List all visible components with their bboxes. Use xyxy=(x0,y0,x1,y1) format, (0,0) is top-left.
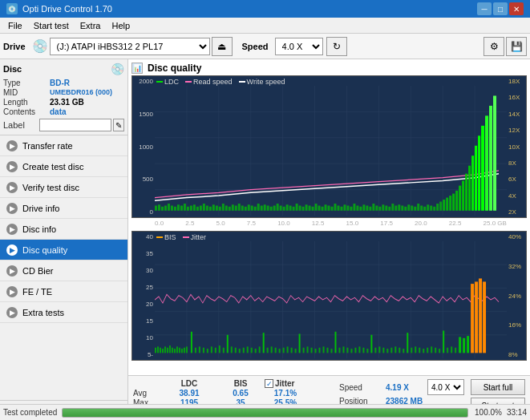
label-edit-button[interactable]: ✎ xyxy=(113,119,124,131)
ldc-legend-label: LDC xyxy=(164,78,179,86)
status-text: Test completed xyxy=(3,408,57,417)
disc-panel: Disc 💿 Type BD-R MID UMEBDR016 (000) Len… xyxy=(0,59,127,135)
main-content: Disc 💿 Type BD-R MID UMEBDR016 (000) Len… xyxy=(0,59,530,420)
avg-bis: 0.65 xyxy=(220,389,261,398)
minimize-button[interactable]: ─ xyxy=(477,2,492,15)
progress-fill xyxy=(63,409,467,417)
jitter-legend-dot xyxy=(183,236,189,238)
svg-rect-186 xyxy=(327,348,329,353)
charts-wrapper: LDC Read speed Write speed 2000 xyxy=(131,75,527,361)
legend-bis: BIS xyxy=(156,233,176,241)
contents-label: Contents xyxy=(3,107,50,116)
extra-tests-icon: ▶ xyxy=(6,307,18,318)
sidebar-item-disc-info[interactable]: ▶ Disc info xyxy=(0,219,127,240)
svg-rect-145 xyxy=(181,349,183,353)
svg-rect-54 xyxy=(283,207,285,211)
svg-rect-189 xyxy=(342,346,344,353)
disc-quality-label: Disc quality xyxy=(22,245,67,255)
sidebar-item-drive-info[interactable]: ▶ Drive info xyxy=(0,198,127,219)
refresh-button[interactable]: ↻ xyxy=(326,37,347,56)
sidebar-item-extra-tests[interactable]: ▶ Extra tests xyxy=(0,302,127,323)
sidebar-item-transfer-rate[interactable]: ▶ Transfer rate xyxy=(0,135,127,156)
svg-rect-62 xyxy=(309,206,311,211)
avg-jitter: 17.1% xyxy=(265,389,306,398)
bottom-bar: Test completed 100.0% 33:14 xyxy=(0,404,530,420)
svg-rect-162 xyxy=(219,345,220,353)
svg-rect-204 xyxy=(411,348,412,353)
cd-bier-label: CD Bier xyxy=(22,266,54,276)
svg-rect-185 xyxy=(323,346,325,353)
svg-rect-208 xyxy=(427,348,428,353)
svg-rect-69 xyxy=(331,207,334,211)
bis-col-header: BIS xyxy=(220,379,261,388)
svg-rect-134 xyxy=(155,348,156,353)
svg-rect-105 xyxy=(446,198,448,211)
svg-rect-187 xyxy=(331,349,333,353)
close-button[interactable]: ✕ xyxy=(509,2,524,15)
svg-rect-74 xyxy=(346,206,349,211)
bottom-chart: BIS Jitter 40 35 30 25 20 xyxy=(131,231,527,361)
svg-rect-45 xyxy=(254,207,257,211)
menu-file[interactable]: File xyxy=(3,19,27,32)
svg-rect-170 xyxy=(255,349,257,353)
bottom-chart-legend: BIS Jitter xyxy=(156,233,206,241)
jitter-checkbox[interactable]: ✓ xyxy=(265,379,273,388)
svg-rect-64 xyxy=(315,204,318,211)
legend-ldc: LDC xyxy=(156,78,179,86)
svg-rect-148 xyxy=(191,332,192,353)
settings-button[interactable]: ⚙ xyxy=(483,37,504,56)
drive-icon: 💿 xyxy=(32,38,48,54)
y-b-20: 20 xyxy=(132,301,155,308)
chart-title: Disc quality xyxy=(148,63,201,74)
svg-rect-139 xyxy=(167,348,168,353)
svg-rect-211 xyxy=(439,349,440,353)
svg-rect-30 xyxy=(206,206,208,211)
x-label-250-gb: 25.0 GB xyxy=(483,220,507,227)
top-chart-y-left: 2000 1500 1000 500 0 xyxy=(132,76,155,217)
eject-button[interactable]: ⏏ xyxy=(212,37,233,56)
sidebar-item-disc-quality[interactable]: ▶ Disc quality xyxy=(0,240,127,260)
sidebar-item-cd-bier[interactable]: ▶ CD Bier xyxy=(0,260,127,281)
svg-rect-40 xyxy=(238,204,241,211)
sidebar-item-verify-test-disc[interactable]: ▶ Verify test disc xyxy=(0,177,127,198)
drive-label: Drive xyxy=(3,42,26,51)
svg-rect-163 xyxy=(223,348,225,353)
maximize-button[interactable]: □ xyxy=(493,2,508,15)
bottom-chart-y-right: 40% 32% 24% 16% 8% xyxy=(507,232,526,360)
svg-rect-196 xyxy=(374,348,376,353)
svg-rect-136 xyxy=(160,348,161,353)
menu-help[interactable]: Help xyxy=(107,19,135,32)
svg-rect-197 xyxy=(378,346,380,353)
svg-rect-190 xyxy=(346,348,348,353)
drive-select[interactable]: (J:) ATAPI iHBS312 2 PL17 xyxy=(50,38,210,55)
svg-rect-205 xyxy=(415,346,416,353)
svg-rect-174 xyxy=(275,348,277,353)
start-full-button[interactable]: Start full xyxy=(471,379,525,395)
menu-extra[interactable]: Extra xyxy=(75,19,106,32)
save-button[interactable]: 💾 xyxy=(506,37,527,56)
label-input[interactable] xyxy=(39,119,111,131)
svg-rect-160 xyxy=(211,346,212,353)
speed-select[interactable]: 4.0 X 2.0 X 8.0 X xyxy=(275,38,323,55)
svg-rect-37 xyxy=(229,207,231,211)
bx-label-25: 2.5 xyxy=(185,362,194,364)
svg-rect-77 xyxy=(356,206,358,211)
svg-rect-52 xyxy=(277,204,279,211)
svg-rect-24 xyxy=(187,207,189,211)
y-right-14x: 14X xyxy=(507,111,526,118)
svg-rect-92 xyxy=(404,207,407,211)
speed-stat-dropdown[interactable]: 4.0 X 2.0 X 8.0 X xyxy=(427,379,464,395)
svg-rect-98 xyxy=(423,207,426,211)
svg-rect-213 xyxy=(451,346,452,353)
svg-rect-39 xyxy=(235,206,237,211)
sidebar-item-create-test-disc[interactable]: ▶ Create test disc xyxy=(0,156,127,177)
svg-rect-53 xyxy=(280,206,282,211)
svg-rect-137 xyxy=(162,349,164,353)
svg-rect-100 xyxy=(430,206,432,211)
sidebar-item-fe-te[interactable]: ▶ FE / TE xyxy=(0,281,127,302)
disc-info-label: Disc info xyxy=(22,224,56,234)
svg-rect-138 xyxy=(164,346,166,353)
svg-rect-155 xyxy=(443,330,444,353)
menu-start-test[interactable]: Start test xyxy=(29,19,74,32)
fe-te-label: FE / TE xyxy=(22,287,52,297)
